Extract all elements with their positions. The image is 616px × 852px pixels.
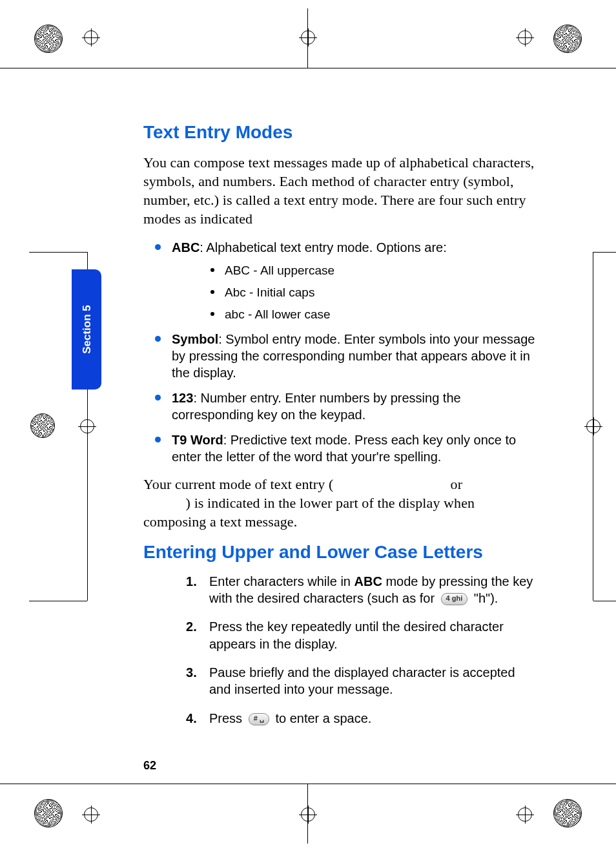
crop-line-bottom <box>0 784 616 784</box>
mode-abc: ABC: Alphabetical text entry mode. Optio… <box>155 240 537 323</box>
registration-mark-icon <box>299 28 317 47</box>
crop-line-left-bottom <box>29 601 87 601</box>
section-tab-label: Section 5 <box>81 305 92 354</box>
section-tab: Section 5 <box>72 269 101 390</box>
crop-line-top <box>0 68 616 68</box>
starburst-icon <box>553 25 582 53</box>
page-number: 62 <box>143 759 156 773</box>
sub-abc-lower: abc - All lower case <box>210 307 537 322</box>
mode-t9-label: T9 Word <box>172 433 223 447</box>
registration-mark-icon <box>82 805 100 824</box>
registration-mark-icon <box>516 805 534 824</box>
registration-mark-icon <box>78 417 96 435</box>
mode-abc-label: ABC <box>172 240 200 255</box>
mode-list: ABC: Alphabetical text entry mode. Optio… <box>143 240 537 466</box>
starburst-icon <box>34 799 63 827</box>
heading-upper-lower: Entering Upper and Lower Case Letters <box>143 543 537 563</box>
mode-symbol-text: : Symbol entry mode. Enter symbols into … <box>172 332 535 379</box>
crop-line-left-top <box>29 252 87 253</box>
mode-indicator-post: ) is indicated in the lower part of the … <box>143 495 475 530</box>
step-1-bold: ABC <box>354 574 382 588</box>
mode-t9: T9 Word: Predictive text mode. Press eac… <box>155 432 537 465</box>
mode-123: 123: Number entry. Enter numbers by pres… <box>155 390 537 423</box>
registration-mark-icon <box>516 28 534 47</box>
mode-indicator-paragraph: Your current mode of text entry ( or ) i… <box>143 475 537 531</box>
sub-abc-initial: Abc - Initial caps <box>210 285 537 300</box>
mode-abc-text: : Alphabetical text entry mode. Options … <box>200 240 446 255</box>
step-2: Press the key repeatedly until the desir… <box>186 618 537 652</box>
intro-paragraph: You can compose text messages made up of… <box>143 153 537 228</box>
starburst-icon <box>30 413 55 438</box>
crop-line-right-bottom <box>593 601 616 601</box>
heading-text-entry-modes: Text Entry Modes <box>143 123 537 143</box>
step-1c: "h"). <box>470 591 498 605</box>
sub-abc-upper: ABC - All uppercase <box>210 263 537 278</box>
key-hash-icon: # ␣ <box>249 713 269 725</box>
mode-abc-sublist: ABC - All uppercase Abc - Initial caps a… <box>210 263 537 323</box>
page-content: Text Entry Modes You can compose text me… <box>143 123 537 738</box>
mode-symbol: Symbol: Symbol entry mode. Enter symbols… <box>155 331 537 381</box>
mode-t9-text: : Predictive text mode. Press each key o… <box>172 433 516 464</box>
step-1a: Enter characters while in <box>209 574 354 588</box>
crop-line-right-top <box>593 252 616 253</box>
key-4-icon: 4 ghi <box>441 593 468 605</box>
registration-mark-icon <box>584 417 602 435</box>
step-4a: Press <box>209 711 246 725</box>
step-1: Enter characters while in ABC mode by pr… <box>186 573 537 607</box>
step-4: Press # ␣ to enter a space. <box>186 710 537 727</box>
starburst-icon <box>553 799 582 827</box>
starburst-icon <box>34 25 63 53</box>
step-4b: to enter a space. <box>272 711 372 725</box>
mode-indicator-pre: Your current mode of text entry ( <box>143 476 333 492</box>
mode-symbol-label: Symbol <box>172 332 218 346</box>
registration-mark-icon <box>299 805 317 824</box>
steps-list: Enter characters while in ABC mode by pr… <box>186 573 537 727</box>
mode-indicator-mid: or <box>451 476 463 492</box>
registration-mark-icon <box>82 28 100 47</box>
mode-123-label: 123 <box>172 391 193 405</box>
mode-123-text: : Number entry. Enter numbers by pressin… <box>172 391 461 422</box>
step-3: Pause briefly and the displayed characte… <box>186 664 537 698</box>
